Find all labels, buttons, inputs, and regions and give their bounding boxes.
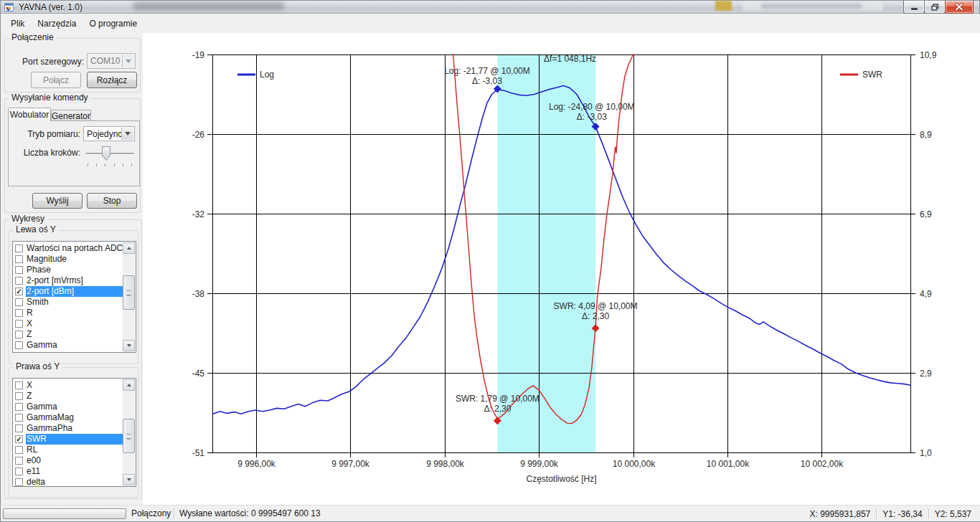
svg-text:SWR: SWR: [862, 70, 882, 80]
menu-item-plik[interactable]: Plik: [4, 16, 31, 31]
list-item[interactable]: X: [13, 380, 136, 391]
list-item-label: X: [26, 318, 123, 329]
disconnect-button[interactable]: Rozłącz: [87, 72, 137, 88]
tab-generator[interactable]: Generator: [51, 110, 91, 121]
checkbox[interactable]: [15, 266, 23, 274]
chevron-down-icon: [125, 132, 131, 136]
send-button[interactable]: Wyślij: [32, 193, 83, 209]
left-axis-group-title: Lewa oś Y: [14, 224, 58, 234]
tab-wobulator-label: Wobulator: [10, 110, 49, 120]
chart-canvas[interactable]: -1910,9-268,9-326,9-384,9-452,9-511,09 9…: [143, 33, 980, 506]
scroll-down-button[interactable]: [123, 474, 135, 485]
list-item[interactable]: Gamma: [13, 340, 136, 351]
list-item[interactable]: e00: [13, 455, 136, 466]
checkbox[interactable]: [15, 309, 23, 317]
svg-text:Δ: 2,30: Δ: 2,30: [582, 311, 609, 321]
restore-icon: [931, 4, 939, 11]
maximize-button[interactable]: [924, 1, 946, 14]
background-icon-ghost: [715, 1, 732, 11]
scrollbar-thumb[interactable]: [123, 275, 135, 310]
checkbox[interactable]: ✓: [15, 435, 23, 443]
list-item[interactable]: delta: [13, 477, 136, 488]
list-item[interactable]: 2-port [mVrms]: [13, 275, 136, 286]
trackbar-thumb-face: [103, 147, 110, 160]
list-item-label: 2-port [dBm]: [26, 286, 123, 297]
steps-trackbar[interactable]: [83, 143, 136, 172]
right-axis-checklist[interactable]: XZGammaGammaMagGammaPha✓SWRRLe00e11delta: [12, 378, 136, 487]
list-item-label: Gamma: [26, 340, 123, 351]
list-item-label: 2-port [mVrms]: [26, 275, 123, 286]
checkbox[interactable]: [15, 341, 23, 349]
menu-item-o-programie[interactable]: O programie: [83, 16, 143, 31]
svg-text:4,9: 4,9: [920, 289, 932, 299]
menu-item-narzędzia[interactable]: Narzędzia: [31, 16, 83, 31]
tab-wobulator[interactable]: Wobulator: [8, 108, 51, 121]
scrollbar-thumb[interactable]: [123, 419, 135, 453]
checkbox[interactable]: [15, 245, 23, 252]
scroll-down-button[interactable]: [123, 340, 135, 351]
connect-button[interactable]: Połącz: [31, 72, 81, 88]
scroll-up-button[interactable]: [123, 242, 135, 254]
list-item[interactable]: Z: [13, 329, 136, 340]
checkbox[interactable]: [15, 277, 23, 285]
checkbox[interactable]: ✓: [15, 288, 23, 295]
background-window-ghost: [133, 2, 284, 10]
right-axis-group: Prawa oś Y XZGammaGammaMagGammaPha✓SWRRL…: [9, 367, 138, 498]
checkbox[interactable]: [15, 331, 23, 338]
list-item[interactable]: Z: [13, 391, 136, 402]
checkbox[interactable]: [15, 255, 23, 263]
list-item-label: SWR: [26, 434, 123, 445]
svg-text:SWR: 4,09 @ 10,00M: SWR: 4,09 @ 10,00M: [554, 301, 638, 311]
list-item[interactable]: X: [13, 318, 136, 329]
checkbox[interactable]: [15, 298, 23, 306]
list-item[interactable]: Smith: [13, 297, 136, 308]
svg-text:9 996,00k: 9 996,00k: [237, 459, 276, 469]
checkbox[interactable]: [15, 381, 23, 389]
svg-text:-26: -26: [192, 130, 205, 140]
checkbox[interactable]: [15, 403, 23, 411]
serial-port-combobox[interactable]: COM10: [87, 53, 136, 69]
left-axis-scrollbar[interactable]: [123, 242, 135, 351]
svg-text:6,9: 6,9: [920, 209, 932, 219]
triangle-up-icon: [127, 384, 131, 386]
list-item[interactable]: Gamma: [13, 402, 136, 412]
list-item-label: Smith: [26, 297, 123, 308]
checkbox[interactable]: [15, 446, 23, 454]
svg-text:-38: -38: [192, 289, 205, 299]
list-item[interactable]: ✓SWR: [13, 434, 136, 445]
checkbox[interactable]: [15, 478, 23, 486]
list-item[interactable]: Wartości na portach ADC: [13, 243, 136, 254]
minimize-button[interactable]: [903, 1, 925, 14]
list-item[interactable]: e11: [13, 466, 136, 477]
list-item[interactable]: Phase: [13, 265, 136, 275]
background-box-ghost: [743, 1, 883, 11]
checkbox[interactable]: [15, 392, 23, 400]
list-item[interactable]: ✓2-port [dBm]: [13, 286, 136, 297]
checkbox[interactable]: [15, 457, 23, 465]
cursor-readout: X: 9995931,857 Y1: -36,34 Y2: 5,537: [804, 508, 978, 519]
close-button[interactable]: [945, 1, 974, 14]
list-item[interactable]: GammaMag: [13, 412, 136, 423]
svg-text:10,9: 10,9: [920, 50, 937, 60]
checkbox[interactable]: [15, 424, 23, 432]
connection-group-title: Połączenie: [9, 32, 56, 42]
list-item[interactable]: GammaPha: [13, 423, 136, 434]
right-axis-scrollbar[interactable]: [123, 379, 135, 485]
measure-mode-combobox[interactable]: Pojedyncz: [83, 126, 135, 141]
left-axis-checklist[interactable]: Wartości na portach ADCMagnitudePhase2-p…: [12, 241, 136, 353]
checkbox[interactable]: [15, 414, 23, 422]
checkbox[interactable]: [15, 468, 23, 475]
background-box-ghost-inner: [761, 4, 862, 9]
checkbox[interactable]: [15, 320, 23, 328]
titlebar[interactable]: YAVNA (ver. 1.0): [1, 1, 979, 14]
list-item[interactable]: R: [13, 308, 136, 318]
list-item-label: X: [26, 380, 123, 391]
trackbar-thumb[interactable]: [102, 146, 110, 161]
trackbar-ticks: [88, 163, 132, 166]
cursor-y1-value: Y1: -36,34: [877, 509, 928, 519]
list-item[interactable]: Magnitude: [13, 254, 136, 265]
list-item[interactable]: RL: [13, 445, 136, 455]
stop-button[interactable]: Stop: [87, 193, 137, 209]
svg-text:-19: -19: [192, 50, 205, 60]
scroll-up-button[interactable]: [123, 379, 135, 391]
